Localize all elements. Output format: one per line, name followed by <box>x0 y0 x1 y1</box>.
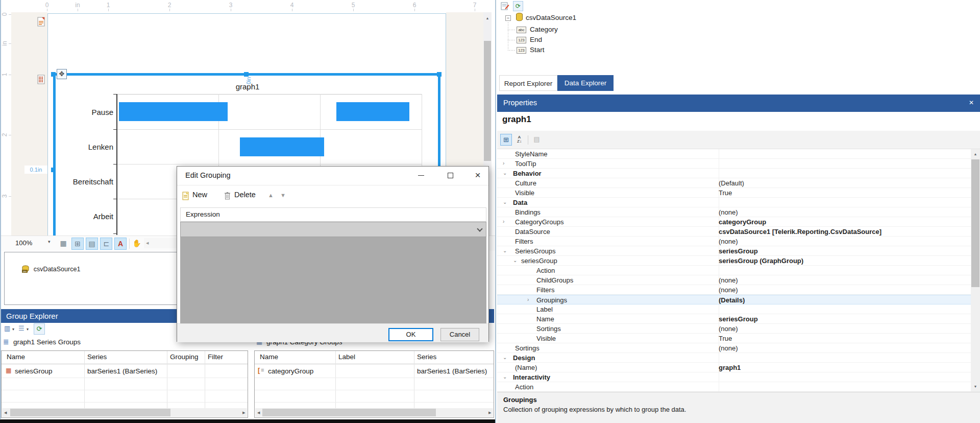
property-value[interactable]: seriesGroup (GraphGroup) <box>719 257 803 265</box>
expand-icon[interactable]: › <box>503 219 504 224</box>
property-value[interactable]: True <box>719 335 732 342</box>
tab-report-explorer[interactable]: Report Explorer <box>499 75 557 91</box>
combo-chevron-icon[interactable] <box>477 226 482 231</box>
snap-to-grid-button[interactable]: ⊞ <box>71 238 84 250</box>
property-value[interactable]: graph1 <box>719 364 741 371</box>
expand-icon[interactable]: › <box>527 297 529 302</box>
selection-left-edge[interactable] <box>53 73 56 236</box>
column-header-series[interactable]: Series <box>87 353 107 361</box>
series-groups-table[interactable]: Name Series Grouping Filter ▦ seriesGrou… <box>1 350 248 418</box>
watermark-toggle-button[interactable]: ▤ <box>86 238 98 250</box>
scrollbar-thumb[interactable] <box>262 409 436 416</box>
collapse-icon[interactable]: ⌄ <box>503 355 507 360</box>
move-down-button[interactable]: ▼ <box>280 192 286 198</box>
collapse-icon[interactable]: ⌄ <box>513 257 517 263</box>
property-row-groupings[interactable]: ›Groupings(Details) <box>497 295 971 304</box>
property-row-datasource[interactable]: DataSourcecsvDataSource1 [Telerik.Report… <box>497 227 971 237</box>
fonts-toggle-button[interactable]: A <box>114 238 127 250</box>
new-button[interactable]: New <box>192 191 207 199</box>
scroll-left-icon[interactable]: ◀ <box>257 411 260 415</box>
property-category-interactivity[interactable]: ⌄Interactivity <box>497 372 971 382</box>
property-value[interactable]: (none) <box>719 276 738 284</box>
property-value[interactable]: (none) <box>719 325 738 333</box>
category-group-series-cell[interactable]: barSeries1 (BarSeries) <box>417 367 487 375</box>
scroll-left-icon[interactable]: ◀ <box>146 241 149 245</box>
properties-vertical-scrollbar[interactable]: ▲ ▼ <box>971 149 980 392</box>
column-header-name[interactable]: Name <box>260 353 278 361</box>
cancel-button[interactable]: Cancel <box>440 328 479 341</box>
tree-root-label[interactable]: csvDataSource1 <box>526 14 576 21</box>
property-value[interactable]: csvDataSource1 [Telerik.Reporting.CsvDat… <box>719 228 881 236</box>
series-group-name-cell[interactable]: seriesGroup <box>15 367 53 375</box>
property-value[interactable]: (Details) <box>719 296 745 304</box>
property-value[interactable]: (none) <box>719 344 738 352</box>
alphabetical-sort-button[interactable]: AZ↓ <box>513 134 525 146</box>
property-value[interactable]: (none) <box>719 208 738 216</box>
property-row-visible[interactable]: VisibleTrue <box>497 334 971 343</box>
zoom-level-select[interactable]: 100% <box>15 239 32 247</box>
scrollbar-thumb[interactable] <box>484 41 491 161</box>
scroll-right-icon[interactable]: ◀ <box>488 411 491 415</box>
property-row-name[interactable]: (Name)graph1 <box>497 363 971 372</box>
property-row-action[interactable]: Action <box>497 266 971 275</box>
tree-expander-icon[interactable]: − <box>505 15 511 21</box>
column-header-grouping[interactable]: Grouping <box>170 353 199 361</box>
category-group-name-cell[interactable]: categoryGroup <box>268 367 313 375</box>
property-row-categorygroups[interactable]: ›CategoryGroupscategoryGroup <box>497 217 971 227</box>
column-header-label[interactable]: Label <box>338 353 355 361</box>
collapse-icon[interactable]: ⌄ <box>503 170 507 176</box>
property-row-name[interactable]: NameseriesGroup <box>497 314 971 324</box>
maximize-button[interactable] <box>439 167 462 185</box>
property-row-sortings[interactable]: Sortings(none) <box>497 343 971 353</box>
expression-combobox[interactable] <box>180 222 486 237</box>
property-value[interactable]: True <box>719 189 732 197</box>
csv-datasource-item[interactable]: csv csvDataSource1 <box>21 265 80 273</box>
property-row-tooltip[interactable]: ›ToolTip <box>497 159 971 169</box>
collapse-icon[interactable]: ⌄ <box>503 374 507 380</box>
property-category-data[interactable]: ⌄Data <box>497 198 971 207</box>
property-row-action[interactable]: Action <box>497 382 971 392</box>
property-row-childgroups[interactable]: ChildGroups(none) <box>497 275 971 285</box>
property-row-seriesgroups[interactable]: ⌄SeriesGroupsseriesGroup <box>497 246 971 256</box>
property-row-stylename[interactable]: StyleName <box>497 149 971 159</box>
list-view-button[interactable]: ☰ <box>18 324 24 332</box>
property-pages-button[interactable]: ▤ <box>531 134 543 146</box>
columns-caret-icon[interactable]: ▾ <box>12 327 14 332</box>
property-row-filters[interactable]: Filters(none) <box>497 285 971 295</box>
category-groups-hscrollbar[interactable]: ◀ ◀ <box>255 408 493 417</box>
properties-close-icon[interactable]: ✕ <box>969 99 974 106</box>
property-row-sortings[interactable]: Sortings(none) <box>497 324 971 334</box>
refresh-fields-button[interactable]: ⟳ <box>513 1 523 11</box>
selection-handle-top-right[interactable] <box>437 72 442 77</box>
property-row-label[interactable]: Label <box>497 304 971 314</box>
chart-bar[interactable] <box>119 102 228 121</box>
minimize-button[interactable] <box>409 167 433 185</box>
dialog-titlebar[interactable]: Edit Grouping × <box>177 167 488 185</box>
property-row-filters[interactable]: Filters(none) <box>497 237 971 246</box>
ruler-toggle-button[interactable]: ⊏ <box>100 238 112 250</box>
scroll-up-icon[interactable]: ▲ <box>971 150 979 158</box>
chart-bar[interactable] <box>240 137 324 156</box>
edit-datasource-icon[interactable] <box>501 2 509 10</box>
column-header-filter[interactable]: Filter <box>208 353 223 361</box>
scroll-down-icon[interactable]: ▼ <box>971 383 979 391</box>
property-value[interactable]: (none) <box>719 238 738 245</box>
categorized-view-button[interactable]: ⊞ <box>500 134 512 146</box>
property-category-design[interactable]: ⌄Design <box>497 353 971 363</box>
property-grid[interactable]: StyleName›ToolTip⌄BehaviorCulture(Defaul… <box>497 149 971 392</box>
ok-button[interactable]: OK <box>388 328 433 341</box>
property-value[interactable]: categoryGroup <box>719 218 766 226</box>
property-row-visible[interactable]: VisibleTrue <box>497 188 971 198</box>
property-value[interactable]: seriesGroup <box>719 247 758 255</box>
selection-handle-left-middle[interactable] <box>51 168 56 172</box>
close-button[interactable]: × <box>466 167 489 185</box>
series-group-series-cell[interactable]: barSeries1 (BarSeries) <box>87 367 157 375</box>
property-row-bindings[interactable]: Bindings(none) <box>497 207 971 217</box>
property-row-seriesgroup[interactable]: ⌄seriesGroupseriesGroup (GraphGroup) <box>497 256 971 266</box>
property-value[interactable]: seriesGroup <box>719 315 758 323</box>
scrollbar-thumb[interactable] <box>971 159 979 287</box>
scroll-right-icon[interactable]: ◀ <box>242 411 245 415</box>
delete-button[interactable]: Delete <box>234 191 256 199</box>
expand-icon[interactable]: › <box>503 160 504 166</box>
collapse-icon[interactable]: ⌄ <box>503 199 507 205</box>
